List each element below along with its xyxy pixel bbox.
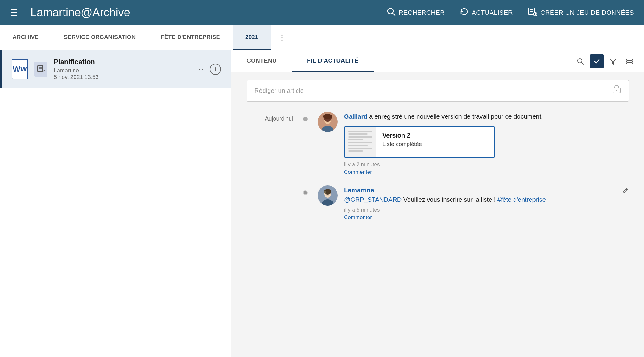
search-action[interactable]: RECHERCHER xyxy=(387,7,445,18)
feed-search-button[interactable] xyxy=(574,54,587,68)
feed-text-lamartine: Lamartine @GRP_STANDARD Veuillez vous in… xyxy=(344,185,616,204)
search-label: RECHERCHER xyxy=(399,9,445,16)
timeline-content-lamartine: Lamartine @GRP_STANDARD Veuillez vous in… xyxy=(308,185,629,221)
version-card[interactable]: Version 2 Liste complétée xyxy=(344,126,495,158)
svg-rect-16 xyxy=(627,59,632,60)
timeline-label-today: Aujourd'hui xyxy=(247,112,303,122)
svg-marker-15 xyxy=(610,59,616,64)
article-input-icon xyxy=(612,85,621,96)
svg-point-25 xyxy=(323,114,332,119)
left-panel-empty xyxy=(0,88,231,357)
feed-body-lamartine: Lamartine @GRP_STANDARD Veuillez vous in… xyxy=(344,185,616,221)
create-dataset-icon xyxy=(528,7,537,18)
create-label: CRÉER UN JEU DE DONNÉES xyxy=(541,9,634,16)
version-card-title: Version 2 xyxy=(382,132,422,139)
timeline-label-lamartine xyxy=(247,185,303,189)
feed-comment-lamartine[interactable]: Commenter xyxy=(344,214,616,221)
avatar-gaillard xyxy=(318,112,338,132)
feed-text-gaillard: Gaillard a enregistré une nouvelle versi… xyxy=(344,112,629,121)
feed-filter-button[interactable] xyxy=(606,54,620,68)
feed-comment-gaillard[interactable]: Commenter xyxy=(344,169,629,175)
tab-fil-actualite[interactable]: FIL D'ACTUALITÉ xyxy=(292,50,374,72)
document-info: Planification Lamartine 5 nov. 2021 13:5… xyxy=(54,58,196,81)
header-actions: RECHERCHER ACTUALISER xyxy=(387,7,634,18)
timeline-dot-marker xyxy=(303,117,308,121)
avatar-lamartine xyxy=(318,185,338,206)
feed-item-gaillard: Gaillard a enregistré une nouvelle versi… xyxy=(318,112,629,175)
tab-fete[interactable]: FÊTE D'ENTREPRISE xyxy=(148,25,232,50)
document-name: Planification xyxy=(54,58,196,66)
feed-list-button[interactable] xyxy=(623,54,636,68)
hashtag-fete[interactable]: #fête d'entreprise xyxy=(497,196,546,203)
feed-author-gaillard[interactable]: Gaillard xyxy=(344,113,367,120)
tab-archive[interactable]: ARCHIVE xyxy=(0,25,51,50)
svg-line-32 xyxy=(626,189,627,190)
create-action[interactable]: CRÉER UN JEU DE DONNÉES xyxy=(528,7,634,18)
refresh-icon xyxy=(460,7,469,18)
feed-author-lamartine[interactable]: Lamartine xyxy=(344,187,374,194)
timeline-dot-today xyxy=(303,112,308,121)
version-card-body: Version 2 Liste complétée xyxy=(376,127,428,157)
version-card-desc: Liste complétée xyxy=(382,141,422,148)
timeline-dot-marker-2 xyxy=(303,190,308,195)
mention-grp-standard[interactable]: @GRP_STANDARD xyxy=(344,196,402,203)
tab-2021[interactable]: 2021 xyxy=(233,25,271,50)
svg-point-20 xyxy=(616,90,617,91)
tab-more-button[interactable]: ⋮ xyxy=(271,25,293,50)
svg-line-14 xyxy=(581,62,583,64)
svg-rect-17 xyxy=(627,61,632,62)
left-panel: W Planification Lamartine 5 nov. 2021 13… xyxy=(0,50,231,357)
app-title: Lamartine@Archive xyxy=(31,6,374,19)
feed-edit-button[interactable] xyxy=(622,187,629,196)
document-item: W Planification Lamartine 5 nov. 2021 13… xyxy=(0,50,231,88)
feed-time-gaillard: il y a 2 minutes xyxy=(344,162,629,168)
menu-icon[interactable]: ☰ xyxy=(10,8,18,18)
svg-line-1 xyxy=(393,13,395,15)
timeline-content-today: Gaillard a enregistré une nouvelle versi… xyxy=(308,112,629,175)
svg-point-31 xyxy=(326,195,329,196)
header: ☰ Lamartine@Archive RECHERCHER ACTUALISE… xyxy=(0,0,644,25)
document-more-button[interactable]: ⋮ xyxy=(195,65,204,73)
article-input-placeholder[interactable]: Rédiger un article xyxy=(254,87,612,94)
timeline-group-lamartine: Lamartine @GRP_STANDARD Veuillez vous in… xyxy=(247,185,629,221)
tab-bar: ARCHIVE SERVICE ORGANISATION FÊTE D'ENTR… xyxy=(0,25,644,50)
document-meta: Lamartine 5 nov. 2021 13:53 xyxy=(54,67,196,81)
document-actions: ⋮ i xyxy=(196,64,221,75)
search-icon xyxy=(387,7,396,18)
tab-service[interactable]: SERVICE ORGANISATION xyxy=(51,25,148,50)
refresh-action[interactable]: ACTUALISER xyxy=(460,7,513,18)
document-info-button[interactable]: i xyxy=(210,64,221,75)
right-panel: CONTENU FIL D'ACTUALITÉ xyxy=(231,50,644,357)
timeline: Aujourd'hui xyxy=(247,112,629,221)
feed-check-button[interactable] xyxy=(590,54,604,68)
tab-contenu[interactable]: CONTENU xyxy=(231,50,292,72)
word-icon: W xyxy=(12,59,28,79)
refresh-label: ACTUALISER xyxy=(472,9,513,16)
version-preview xyxy=(345,127,376,157)
svg-rect-18 xyxy=(627,63,632,64)
svg-point-30 xyxy=(324,191,326,194)
version-icon xyxy=(34,62,47,77)
main-content: W Planification Lamartine 5 nov. 2021 13… xyxy=(0,50,644,357)
timeline-group-today: Aujourd'hui xyxy=(247,112,629,175)
feed-item-lamartine: Lamartine @GRP_STANDARD Veuillez vous in… xyxy=(318,185,629,221)
feed-area: Rédiger un article Aujourd'hui xyxy=(231,72,644,357)
right-tab-bar: CONTENU FIL D'ACTUALITÉ xyxy=(231,50,644,72)
timeline-dot-lamartine xyxy=(303,185,308,195)
feed-body-gaillard: Gaillard a enregistré une nouvelle versi… xyxy=(344,112,629,175)
feed-time-lamartine: il y a 5 minutes xyxy=(344,207,616,213)
article-input-row[interactable]: Rédiger un article xyxy=(247,80,629,102)
right-tab-actions xyxy=(574,50,644,72)
